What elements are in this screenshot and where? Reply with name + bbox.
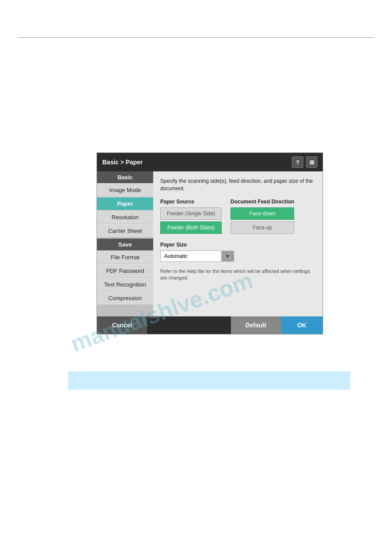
content-description: Specify the scanning side(s), feed direc… bbox=[160, 178, 316, 192]
sidebar-item-image-mode[interactable]: Image Mode bbox=[97, 183, 153, 197]
feeder-single-side-btn[interactable]: Feeder (Single Side) bbox=[160, 207, 222, 220]
doc-feed-col: Document Feed Direction Face-down Face-u… bbox=[230, 199, 294, 236]
paper-size-row: Automatic ▼ bbox=[160, 250, 316, 262]
sidebar: Basic Image Mode Paper Resolution Carrie… bbox=[97, 171, 153, 316]
sidebar-item-file-format[interactable]: File Format bbox=[97, 250, 153, 264]
cancel-button[interactable]: Cancel bbox=[97, 316, 147, 334]
sidebar-save-header: Save bbox=[97, 239, 153, 250]
top-rule bbox=[18, 37, 374, 38]
paper-source-col: Paper Source Feeder (Single Side) Feeder… bbox=[160, 199, 222, 236]
ok-button[interactable]: OK bbox=[281, 316, 323, 334]
settings-row: Paper Source Feeder (Single Side) Feeder… bbox=[160, 199, 316, 236]
sidebar-basic-header: Basic bbox=[97, 171, 153, 183]
sidebar-item-compression[interactable]: Compression bbox=[97, 291, 153, 305]
feeder-both-sides-btn[interactable]: Feeder (Both Sides) bbox=[160, 221, 222, 234]
default-button[interactable]: Default bbox=[231, 316, 281, 334]
dialog: Basic > Paper ? ⊞ Basic Image Mode Paper… bbox=[97, 152, 323, 334]
dialog-body: Basic Image Mode Paper Resolution Carrie… bbox=[97, 171, 323, 316]
sidebar-item-paper[interactable]: Paper bbox=[97, 197, 153, 210]
doc-feed-label: Document Feed Direction bbox=[230, 199, 294, 205]
paper-size-section: Paper Size Automatic ▼ bbox=[160, 242, 316, 262]
dialog-content: Specify the scanning side(s), feed direc… bbox=[153, 171, 323, 316]
help-text: Refer to the Help file for the items whi… bbox=[160, 268, 316, 282]
footer-spacer bbox=[147, 316, 230, 334]
sidebar-item-resolution[interactable]: Resolution bbox=[97, 210, 153, 224]
grid-icon-btn[interactable]: ⊞ bbox=[306, 156, 317, 168]
paper-size-label: Paper Size bbox=[160, 242, 316, 248]
sidebar-item-carrier-sheet[interactable]: Carrier Sheet bbox=[97, 224, 153, 238]
dropdown-arrow-btn[interactable]: ▼ bbox=[222, 251, 234, 261]
titlebar-icons: ? ⊞ bbox=[292, 156, 317, 168]
help-icon-btn[interactable]: ? bbox=[292, 156, 303, 168]
dialog-titlebar: Basic > Paper ? ⊞ bbox=[97, 153, 323, 171]
info-bar bbox=[68, 371, 350, 390]
dialog-title: Basic > Paper bbox=[102, 159, 143, 166]
face-up-btn[interactable]: Face-up bbox=[230, 221, 294, 234]
dialog-footer: Cancel Default OK bbox=[97, 316, 323, 334]
paper-size-dropdown[interactable]: Automatic bbox=[160, 250, 222, 262]
sidebar-item-pdf-password[interactable]: PDF Password bbox=[97, 264, 153, 278]
paper-source-label: Paper Source bbox=[160, 199, 222, 205]
sidebar-item-text-recognition[interactable]: Text Recognition bbox=[97, 278, 153, 291]
face-down-btn[interactable]: Face-down bbox=[230, 207, 294, 220]
